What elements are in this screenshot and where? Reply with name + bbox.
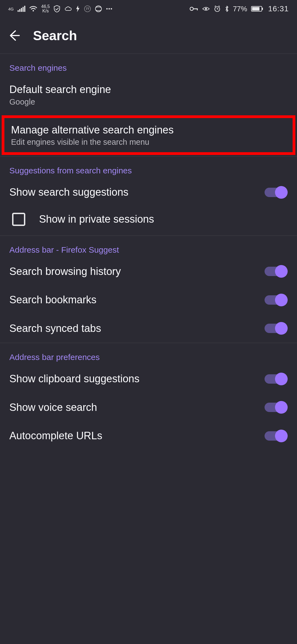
svg-point-11: [111, 8, 112, 10]
svg-rect-4: [24, 6, 25, 12]
battery-icon: [251, 6, 263, 12]
search-bookmarks-item[interactable]: Search bookmarks: [0, 286, 297, 314]
section-header-suggestions: Suggestions from search engines: [0, 157, 297, 178]
svg-point-5: [33, 10, 34, 12]
manage-engines-label: Manage alternative search engines: [11, 124, 174, 137]
search-bookmarks-toggle[interactable]: [265, 294, 288, 306]
clipboard-suggestions-item[interactable]: Show clipboard suggestions: [0, 365, 297, 393]
svg-point-9: [106, 8, 108, 10]
search-synced-tabs-item[interactable]: Search synced tabs: [0, 314, 297, 343]
highlight-annotation: Manage alternative search engines Edit e…: [2, 115, 295, 155]
show-search-suggestions-item[interactable]: Show search suggestions: [0, 178, 297, 207]
svg-rect-19: [262, 8, 263, 10]
svg-point-15: [205, 8, 207, 10]
svg-rect-0: [18, 10, 19, 12]
cellular-signal-icon: [18, 6, 25, 12]
weather-cloud-icon: [64, 6, 72, 12]
section-header-firefox-suggest: Address bar - Firefox Suggest: [0, 236, 297, 257]
svg-point-10: [109, 8, 110, 10]
show-private-sessions-checkbox[interactable]: [12, 213, 25, 226]
net-speed-indicator: 46,5 K/s: [41, 4, 50, 13]
svg-rect-1: [19, 9, 20, 12]
default-search-engine-value: Google: [9, 97, 111, 107]
eye-icon: [202, 6, 210, 11]
search-bookmarks-label: Search bookmarks: [9, 293, 97, 307]
svg-rect-14: [197, 9, 198, 10]
status-bar: 4G 46,5 K/s 77: [0, 0, 297, 18]
default-search-engine-item[interactable]: Default search engine Google: [0, 75, 297, 114]
svg-rect-3: [23, 7, 24, 12]
section-header-address-prefs: Address bar preferences: [0, 343, 297, 365]
svg-point-12: [190, 7, 193, 10]
status-bar-right: 77% 16:31: [189, 4, 289, 13]
search-synced-tabs-toggle[interactable]: [265, 322, 288, 335]
manage-engines-sublabel: Edit engines visible in the search menu: [11, 138, 174, 147]
net-speed-value: 46,5: [41, 4, 50, 9]
bluetooth-icon: [225, 5, 229, 13]
app-header: Search: [0, 18, 297, 53]
clipboard-suggestions-label: Show clipboard suggestions: [9, 372, 139, 386]
page-title: Search: [33, 28, 77, 43]
wifi-icon: [29, 6, 37, 12]
numbered-circle-icon: 77: [84, 5, 91, 12]
search-browsing-history-toggle[interactable]: [265, 265, 288, 278]
network-4g-badge: 4G: [8, 7, 14, 11]
default-search-engine-label: Default search engine: [9, 83, 111, 96]
globe-striped-icon: [95, 5, 102, 12]
bolt-icon: [76, 6, 80, 12]
vpn-key-icon: [189, 6, 198, 11]
battery-percentage: 77%: [233, 5, 247, 13]
voice-search-label: Show voice search: [9, 401, 97, 414]
show-private-sessions-label: Show in private sessions: [39, 213, 154, 225]
manage-alternative-engines-item[interactable]: Manage alternative search engines Edit e…: [4, 118, 293, 152]
net-speed-unit: K/s: [42, 9, 49, 13]
svg-text:77: 77: [86, 7, 89, 10]
show-private-sessions-item[interactable]: Show in private sessions: [0, 207, 297, 235]
section-header-search-engines: Search engines: [0, 54, 297, 75]
search-browsing-history-item[interactable]: Search browsing history: [0, 257, 297, 286]
alarm-clock-icon: [214, 5, 221, 12]
svg-rect-2: [21, 8, 22, 12]
show-search-suggestions-toggle[interactable]: [265, 186, 288, 199]
search-synced-tabs-label: Search synced tabs: [9, 322, 101, 335]
search-browsing-history-label: Search browsing history: [9, 265, 121, 278]
clipboard-suggestions-toggle[interactable]: [265, 373, 288, 385]
autocomplete-urls-label: Autocomplete URLs: [9, 429, 102, 443]
autocomplete-urls-toggle[interactable]: [265, 430, 288, 442]
autocomplete-urls-item[interactable]: Autocomplete URLs: [0, 422, 297, 450]
shield-icon: [54, 5, 60, 12]
clock-text: 16:31: [268, 4, 289, 13]
svg-rect-18: [252, 7, 259, 11]
status-bar-left: 4G 46,5 K/s 77: [8, 4, 112, 13]
back-button[interactable]: [7, 29, 21, 42]
voice-search-toggle[interactable]: [265, 401, 288, 414]
show-search-suggestions-label: Show search suggestions: [9, 186, 128, 199]
voice-search-item[interactable]: Show voice search: [0, 393, 297, 422]
more-dots-icon: [106, 8, 112, 10]
